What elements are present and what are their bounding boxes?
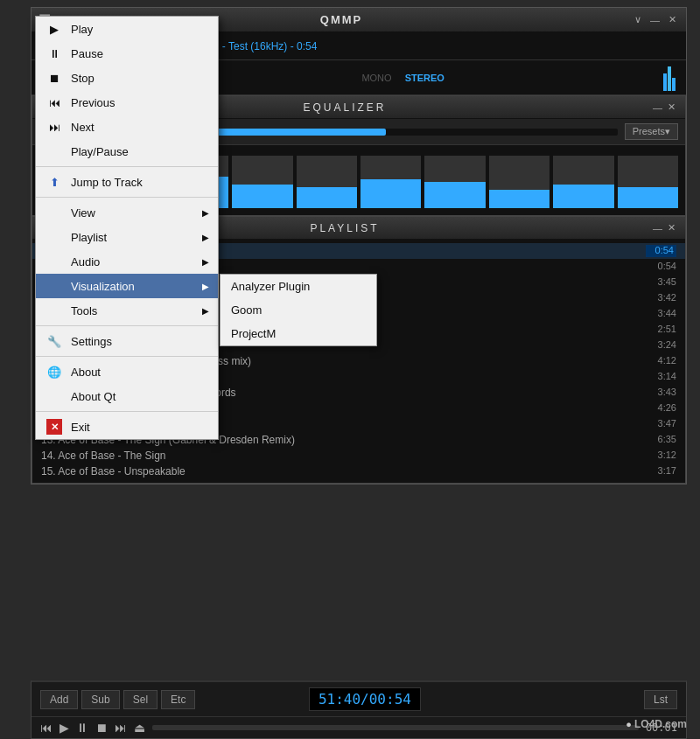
menu-item-label: Exit [71, 421, 90, 434]
next-track-btn[interactable]: ⏭ [115, 721, 127, 735]
menu-item-label: About [71, 366, 101, 379]
submenu-arrow-icon: ▶ [202, 233, 209, 242]
context-menu: ▶Play⏸Pause⏹Stop⏮Previous⏭NextPlay/Pause… [35, 16, 219, 440]
sub-button[interactable]: Sub [81, 690, 119, 709]
transport-row: ⏮ ▶ ⏸ ⏹ ⏭ ⏏ 00:01 [32, 717, 686, 738]
channel-mono: MONO [361, 73, 391, 83]
submenu-arrow-icon: ▶ [202, 306, 209, 316]
pause-icon: ⏸ [46, 45, 62, 61]
watermark: ● LO4D.com [626, 718, 687, 730]
menu-item-audio[interactable]: Audio▶ [36, 249, 218, 274]
menu-item-label: Playlist [71, 231, 107, 244]
track-time: 4:26 [646, 402, 676, 415]
menu-item-pause[interactable]: ⏸Pause [36, 41, 218, 66]
menu-item-label: About Qt [71, 390, 116, 403]
menu-item-view[interactable]: View▶ [36, 200, 218, 225]
menu-separator [36, 166, 218, 167]
track-time: 6:35 [646, 434, 676, 446]
no-icon [46, 303, 62, 318]
close-btn[interactable]: ✕ [666, 14, 679, 25]
pl-minimize[interactable]: — [650, 223, 665, 234]
menu-item-label: View [71, 206, 95, 220]
track-time: 3:43 [646, 387, 676, 399]
eq-band-7[interactable] [489, 156, 550, 208]
add-button[interactable]: Add [40, 690, 78, 709]
seek-bar[interactable] [152, 725, 639, 730]
menu-item-label: Settings [71, 335, 112, 348]
no-icon [46, 229, 62, 245]
eq-minimize[interactable]: — [650, 102, 665, 113]
pl-close[interactable]: ✕ [665, 222, 678, 234]
track-row[interactable]: 14. Ace of Base - The Sign3:12 [32, 448, 685, 464]
pl-buttons-row: Add Sub Sel Etc 51:40/00:54 Lst [32, 682, 686, 717]
submenu-item-label: Goom [231, 303, 262, 317]
sel-button[interactable]: Sel [123, 690, 158, 709]
track-time: 0:54 [646, 245, 676, 257]
menu-item-label: Visualization [71, 280, 135, 293]
no-icon [46, 205, 62, 220]
menu-separator [36, 325, 218, 326]
submenu-item-goom[interactable]: Goom [220, 298, 376, 322]
submenu-item-projectm[interactable]: ProjectM [220, 322, 376, 345]
menu-item-about[interactable]: 🌐About [36, 359, 218, 384]
minimize-btn[interactable]: ∨ [632, 14, 644, 25]
bottom-bar: Add Sub Sel Etc 51:40/00:54 Lst ⏮ ▶ ⏸ ⏹ … [31, 680, 687, 739]
menu-item-label: Next [71, 121, 94, 134]
time-display: 51:40/00:54 [309, 687, 421, 711]
submenu-item-analyzer[interactable]: Analyzer Plugin [220, 275, 376, 298]
track-time: 4:12 [646, 355, 676, 367]
eject-btn[interactable]: ⏏ [134, 721, 145, 735]
eq-band-6[interactable] [424, 156, 485, 208]
no-icon [46, 388, 62, 404]
track-time: 3:14 [646, 371, 676, 383]
menu-item-stop[interactable]: ⏹Stop [36, 66, 218, 90]
track-row[interactable]: 15. Ace of Base - Unspeakable3:17 [32, 464, 685, 479]
play-btn[interactable]: ▶ [60, 721, 69, 735]
track-time: 3:17 [646, 465, 676, 478]
stop-btn[interactable]: ⏹ [95, 721, 108, 735]
eq-close[interactable]: ✕ [665, 101, 678, 113]
menu-item-label: Tools [71, 304, 97, 317]
track-time: 3:24 [646, 339, 676, 352]
pause-btn[interactable]: ⏸ [76, 721, 88, 735]
restore-btn[interactable]: — [648, 15, 662, 25]
eq-band-4[interactable] [297, 156, 357, 208]
menu-item-playlist[interactable]: Playlist▶ [36, 225, 218, 249]
menu-item-previous[interactable]: ⏮Previous [36, 90, 218, 115]
no-icon [46, 278, 62, 294]
menu-item-label: Pause [71, 47, 103, 60]
viz-bars [663, 65, 676, 91]
track-time: 3:42 [646, 292, 676, 304]
menu-separator [36, 411, 218, 412]
exit-icon: ✕ [46, 419, 62, 435]
eq-band-9[interactable] [618, 156, 678, 208]
menu-item-label: Audio [71, 255, 100, 268]
watermark-text: LO4D.com [634, 718, 687, 730]
menu-item-tools[interactable]: Tools▶ [36, 298, 218, 323]
track-name: 15. Ace of Base - Unspeakable [41, 465, 186, 478]
eq-band-3[interactable] [232, 156, 292, 208]
prev-icon: ⏮ [46, 94, 62, 110]
submenu-arrow-icon: ▶ [202, 257, 209, 267]
menu-item-jumptotrack[interactable]: ⬆Jump to Track [36, 170, 218, 194]
menu-item-label: Previous [71, 96, 116, 109]
menu-item-play[interactable]: ▶Play [36, 17, 218, 41]
eq-band-5[interactable] [360, 156, 421, 208]
prev-track-btn[interactable]: ⏮ [40, 721, 52, 735]
menu-item-about-qt[interactable]: About Qt [36, 384, 218, 408]
presets-button[interactable]: Presets▾ [625, 123, 678, 140]
track-time: 3:44 [646, 308, 676, 320]
track-time: 0:54 [646, 261, 676, 273]
etc-button[interactable]: Etc [161, 690, 195, 709]
stop-icon: ⏹ [46, 70, 62, 86]
lst-button[interactable]: Lst [644, 690, 677, 709]
menu-item-visualization[interactable]: Visualization▶Analyzer PluginGoomProject… [36, 274, 218, 298]
menu-item-label: Play [71, 23, 93, 36]
track-time: 3:47 [646, 418, 676, 430]
menu-item-settings[interactable]: 🔧Settings [36, 329, 218, 353]
menu-item-exit[interactable]: ✕Exit [36, 415, 218, 439]
menu-item-next[interactable]: ⏭Next [36, 115, 218, 139]
eq-band-8[interactable] [553, 156, 613, 208]
menu-item-playpause[interactable]: Play/Pause [36, 139, 218, 164]
arrow-up-icon: ⬆ [46, 174, 62, 190]
